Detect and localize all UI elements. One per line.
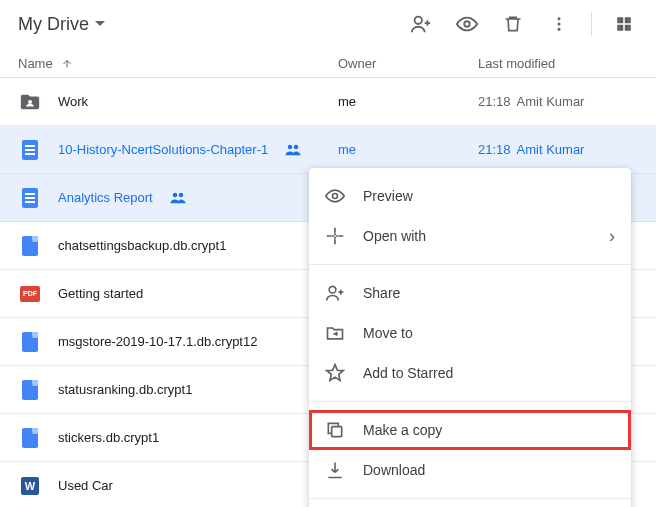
file-name: stickers.db.crypt1 <box>58 430 159 445</box>
svg-point-13 <box>178 192 183 197</box>
file-name: statusranking.db.crypt1 <box>58 382 192 397</box>
svg-rect-16 <box>332 427 342 437</box>
modified-time: 21:18 <box>478 142 511 157</box>
ctx-download[interactable]: Download <box>309 450 631 490</box>
person-add-icon <box>325 283 345 303</box>
svg-point-15 <box>329 286 336 293</box>
toolbar-actions <box>401 4 644 44</box>
ctx-label: Download <box>363 462 425 478</box>
cell-name: WUsed Car <box>18 474 338 498</box>
file-name: Getting started <box>58 286 143 301</box>
shared-folder-icon <box>18 90 42 114</box>
open-with-icon <box>325 226 345 246</box>
cell-name: Work <box>18 90 338 114</box>
svg-point-10 <box>288 144 293 149</box>
menu-separator <box>309 498 631 499</box>
svg-point-0 <box>415 17 422 24</box>
cell-owner: me <box>338 142 478 157</box>
svg-point-4 <box>558 28 561 31</box>
file-name: 10-History-NcertSolutions-Chapter-1 <box>58 142 268 157</box>
menu-separator <box>309 401 631 402</box>
file-icon <box>18 234 42 258</box>
ctx-label: Share <box>363 285 400 301</box>
ctx-label: Move to <box>363 325 413 341</box>
cell-name: chatsettingsbackup.db.crypt1 <box>18 234 338 258</box>
toolbar-separator <box>591 12 592 36</box>
doc-icon <box>18 138 42 162</box>
dropdown-caret-icon[interactable] <box>91 21 105 27</box>
file-name: msgstore-2019-10-17.1.db.crypt12 <box>58 334 257 349</box>
trash-icon[interactable] <box>493 4 533 44</box>
location-title[interactable]: My Drive <box>12 10 91 39</box>
ctx-label: Open with <box>363 228 426 244</box>
pdf-icon: PDF <box>18 282 42 306</box>
doc-icon <box>18 186 42 210</box>
column-owner[interactable]: Owner <box>338 56 478 71</box>
file-name: chatsettingsbackup.db.crypt1 <box>58 238 226 253</box>
file-icon <box>18 330 42 354</box>
modified-user: Amit Kumar <box>517 142 585 157</box>
svg-point-3 <box>558 23 561 26</box>
sort-ascending-icon[interactable] <box>61 58 73 70</box>
column-name[interactable]: Name <box>18 56 338 71</box>
folder-move-icon <box>325 323 345 343</box>
menu-separator <box>309 264 631 265</box>
shared-icon <box>169 189 187 207</box>
svg-point-14 <box>333 194 338 199</box>
word-icon: W <box>18 474 42 498</box>
ctx-share[interactable]: Share <box>309 273 631 313</box>
svg-point-12 <box>172 192 177 197</box>
eye-icon <box>325 186 345 206</box>
table-row[interactable]: Workme21:18Amit Kumar <box>0 78 656 126</box>
svg-point-1 <box>464 21 470 27</box>
cell-name: 10-History-NcertSolutions-Chapter-1 <box>18 138 338 162</box>
star-icon <box>325 363 345 383</box>
share-person-add-icon[interactable] <box>401 4 441 44</box>
svg-rect-8 <box>625 25 631 31</box>
toolbar: My Drive <box>0 0 656 48</box>
ctx-open-with[interactable]: Open with › <box>309 216 631 256</box>
cell-modified: 21:18Amit Kumar <box>478 142 644 157</box>
svg-rect-7 <box>617 25 623 31</box>
svg-point-11 <box>294 144 299 149</box>
column-headers: Name Owner Last modified <box>0 48 656 78</box>
more-options-icon[interactable] <box>539 4 579 44</box>
ctx-move-to[interactable]: Move to <box>309 313 631 353</box>
shared-icon <box>284 141 302 159</box>
file-icon <box>18 426 42 450</box>
ctx-make-copy[interactable]: Make a copy <box>309 410 631 450</box>
column-modified[interactable]: Last modified <box>478 56 644 71</box>
file-name: Work <box>58 94 88 109</box>
cell-name: msgstore-2019-10-17.1.db.crypt12 <box>18 330 338 354</box>
cell-name: PDFGetting started <box>18 282 338 306</box>
cell-name: Analytics Report <box>18 186 338 210</box>
modified-time: 21:18 <box>478 94 511 109</box>
copy-icon <box>325 420 345 440</box>
grid-view-icon[interactable] <box>604 4 644 44</box>
cell-modified: 21:18Amit Kumar <box>478 94 644 109</box>
file-name: Used Car <box>58 478 113 493</box>
modified-user: Amit Kumar <box>517 94 585 109</box>
column-name-label: Name <box>18 56 53 71</box>
ctx-add-starred[interactable]: Add to Starred <box>309 353 631 393</box>
preview-eye-icon[interactable] <box>447 4 487 44</box>
download-icon <box>325 460 345 480</box>
context-menu: Preview Open with › Share Move to Add to… <box>309 168 631 507</box>
cell-name: statusranking.db.crypt1 <box>18 378 338 402</box>
svg-point-2 <box>558 17 561 20</box>
file-name: Analytics Report <box>58 190 153 205</box>
svg-point-9 <box>28 99 32 103</box>
ctx-preview[interactable]: Preview <box>309 176 631 216</box>
table-row[interactable]: 10-History-NcertSolutions-Chapter-1me21:… <box>0 126 656 174</box>
chevron-right-icon: › <box>609 226 615 247</box>
ctx-label: Make a copy <box>363 422 442 438</box>
ctx-label: Preview <box>363 188 413 204</box>
cell-owner: me <box>338 94 478 109</box>
cell-name: stickers.db.crypt1 <box>18 426 338 450</box>
svg-rect-6 <box>625 17 631 23</box>
file-icon <box>18 378 42 402</box>
svg-rect-5 <box>617 17 623 23</box>
ctx-label: Add to Starred <box>363 365 453 381</box>
